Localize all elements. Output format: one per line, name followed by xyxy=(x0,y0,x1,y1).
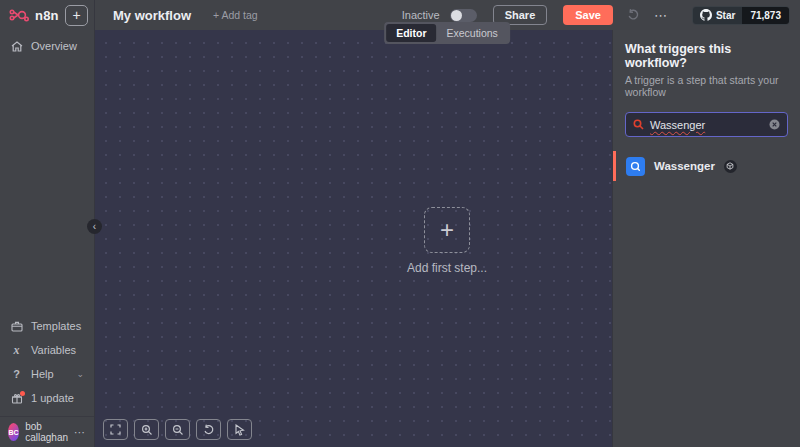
search-input-value: Wassenger xyxy=(650,119,763,131)
fit-view-button[interactable] xyxy=(103,419,128,440)
sidebar-item-label: Help xyxy=(31,368,54,380)
help-question-icon: ? xyxy=(10,368,23,380)
sidebar-item-label: 1 update xyxy=(31,392,74,404)
app-name: n8n xyxy=(35,8,59,23)
github-star-widget[interactable]: Star 71,873 xyxy=(692,6,790,25)
update-notification-dot xyxy=(20,391,25,396)
sidebar-item-updates[interactable]: 1 update xyxy=(0,386,94,410)
sidebar-collapse-button[interactable]: ‹ xyxy=(87,219,102,234)
sidebar-item-help[interactable]: ? Help ⌄ xyxy=(0,362,94,386)
workflow-status-label: Inactive xyxy=(402,9,440,21)
sidebar-bottom-group: Templates x Variables ? Help ⌄ 1 update xyxy=(0,314,94,416)
save-button[interactable]: Save xyxy=(563,5,613,25)
tab-editor[interactable]: Editor xyxy=(386,24,436,42)
clear-search-icon[interactable] xyxy=(769,119,780,130)
logo-row: n8n + xyxy=(0,0,94,30)
sidebar: n8n + Overview Templates x Variables ? H… xyxy=(0,0,95,447)
search-result-wassenger[interactable]: Wassenger xyxy=(613,151,800,181)
more-options-icon[interactable]: ⋯ xyxy=(654,8,668,23)
github-star-count: 71,873 xyxy=(742,7,789,24)
n8n-logo-icon xyxy=(9,8,31,22)
gift-icon xyxy=(10,393,23,404)
zoom-in-button[interactable] xyxy=(134,419,159,440)
toggle-knob xyxy=(451,10,462,21)
add-first-step-button[interactable]: + xyxy=(424,207,470,253)
pointer-tool-button[interactable] xyxy=(227,419,252,440)
github-star-section[interactable]: Star xyxy=(693,7,742,24)
home-icon xyxy=(10,41,23,52)
panel-subtitle: A trigger is a step that starts your wor… xyxy=(625,74,788,98)
workflow-canvas[interactable]: + Add first step... xyxy=(95,30,612,447)
new-workflow-button[interactable]: + xyxy=(65,5,88,26)
search-result-label: Wassenger xyxy=(654,160,715,172)
history-undo-icon[interactable] xyxy=(627,9,640,21)
templates-box-icon xyxy=(10,321,23,332)
chevron-down-icon: ⌄ xyxy=(76,369,84,379)
add-first-step-label: Add first step... xyxy=(407,261,487,275)
user-menu-row[interactable]: BC bob callaghan ⋯ xyxy=(0,416,94,447)
canvas-controls xyxy=(103,419,252,440)
user-name: bob callaghan xyxy=(25,421,68,443)
sidebar-item-variables[interactable]: x Variables xyxy=(0,338,94,362)
sidebar-item-label: Overview xyxy=(31,40,77,52)
add-tag-button[interactable]: + Add tag xyxy=(213,9,258,21)
avatar: BC xyxy=(8,423,19,441)
reset-zoom-button[interactable] xyxy=(196,419,221,440)
tab-executions[interactable]: Executions xyxy=(436,24,507,42)
view-tabs: Editor Executions xyxy=(384,22,510,44)
variables-icon: x xyxy=(10,343,23,358)
wassenger-node-icon xyxy=(626,157,645,176)
trigger-panel: What triggers this workflow? A trigger i… xyxy=(612,30,800,447)
sidebar-item-overview[interactable]: Overview xyxy=(0,34,94,58)
search-icon xyxy=(633,119,644,130)
panel-title: What triggers this workflow? xyxy=(625,42,788,70)
community-package-icon xyxy=(724,160,737,173)
github-icon xyxy=(700,9,712,21)
workflow-title[interactable]: My workflow xyxy=(113,8,191,23)
user-options-icon[interactable]: ⋯ xyxy=(74,426,86,439)
zoom-out-button[interactable] xyxy=(165,419,190,440)
sidebar-item-label: Templates xyxy=(31,320,81,332)
node-search-input[interactable]: Wassenger xyxy=(625,112,788,137)
sidebar-item-label: Variables xyxy=(31,344,76,356)
activate-toggle[interactable] xyxy=(450,9,477,22)
sidebar-item-templates[interactable]: Templates xyxy=(0,314,94,338)
github-star-label: Star xyxy=(716,10,735,21)
